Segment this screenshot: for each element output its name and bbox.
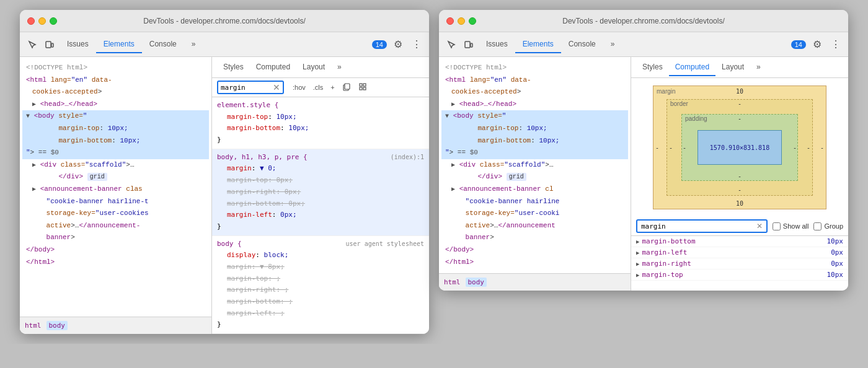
inspect-icon[interactable] [25,37,40,52]
tab-issues-1[interactable]: Issues [60,36,96,53]
close-button-2[interactable] [446,17,454,25]
box-model-diagram: margin 10 10 - - border - - - - padding [653,85,826,209]
devtools-window-2: DevTools - developer.chrome.com/docs/dev… [439,10,848,291]
dom-line: margin-top: 10px; [441,123,628,135]
tab-more-2[interactable]: » [603,36,622,53]
margin-label: margin [657,88,676,95]
tab-more-styles-1[interactable]: » [331,59,348,76]
group-checkbox[interactable] [813,222,822,230]
devtools-body-2: <!DOCTYPE html> <html lang="en" data- co… [439,57,848,291]
styles-tabs-2: Styles Computed Layout » [631,57,848,78]
more-options-icon-2[interactable]: ⋮ [828,37,843,52]
dom-line: <html lang="en" data- [441,74,628,87]
prop-row: margin-bottom: ; [217,296,424,308]
device-icon[interactable] [42,37,57,52]
show-all-checkbox[interactable] [773,222,781,230]
border-top-val: - [738,100,742,107]
clear-filter-button-1[interactable]: ✕ [273,83,280,92]
styles-panel-1: Styles Computed Layout » ✕ :hov .cls + [212,57,429,334]
border-right-val: - [807,144,810,151]
tab-elements-2[interactable]: Elements [515,36,561,53]
dom-line-body[interactable]: ▼ <body style=" [22,110,209,123]
styles-tabs-1: Styles Computed Layout » [212,57,429,78]
svg-rect-6 [360,87,362,90]
tab-layout-2[interactable]: Layout [715,59,750,76]
computed-prop-margin-bottom[interactable]: ▶ margin-bottom 10px [631,236,848,247]
svg-rect-0 [46,42,51,48]
prop-row: margin-top: 0px; [217,175,424,186]
dom-line: ▶ <div class="scaffold">… [22,159,209,172]
device-icon-2[interactable] [461,37,476,52]
computed-prop-margin-left[interactable]: ▶ margin-left 0px [631,247,848,258]
rule-close: } [217,319,424,331]
dom-line: <!DOCTYPE html> [441,62,628,74]
expand-icon[interactable]: ▶ [636,250,639,256]
tab-styles-1[interactable]: Styles [217,59,250,76]
tab-more-styles-2[interactable]: » [750,59,767,76]
prop-value: 0px [831,260,843,268]
close-button[interactable] [27,17,35,25]
hov-button-1[interactable]: :hov [290,82,308,92]
computed-filter-input[interactable] [641,222,754,230]
dom-line: cookies-accepted> [441,86,628,99]
tab-layout-1[interactable]: Layout [296,59,331,76]
expand-icon[interactable]: ▶ [636,272,639,278]
minimize-button[interactable] [38,17,46,25]
group-checkbox-label[interactable]: Group [813,222,843,230]
maximize-button[interactable] [50,17,57,25]
tab-elements-1[interactable]: Elements [96,36,142,53]
dom-line: storage-key="user-cooki [441,208,628,220]
dom-line: ▶ <div class="scaffold">… [441,159,628,172]
more-options-icon-1[interactable]: ⋮ [409,37,424,52]
breadcrumb-body-1[interactable]: body [46,321,68,330]
rule-block-element-style: element.style { margin-top: 10px; margin… [212,97,429,149]
tab-styles-2[interactable]: Styles [636,59,669,76]
tab-console-1[interactable]: Console [142,36,184,53]
computed-prop-margin-right[interactable]: ▶ margin-right 0px [631,258,848,269]
svg-rect-7 [363,87,366,90]
tab-computed-2[interactable]: Computed [669,59,715,76]
prop-row: display: block; [217,250,424,261]
breadcrumb-body-2[interactable]: body [466,278,487,287]
add-style-button-1[interactable]: + [328,82,337,92]
svg-rect-8 [465,42,470,48]
rule-selector-row: body, h1, h3, p, pre { (index):1 [217,152,424,164]
rule-close: } [217,134,424,146]
expand-icon[interactable]: ▶ [636,261,639,267]
dom-line: ▶ <head>…</head> [441,99,628,111]
border-left-val: - [669,144,673,151]
layout-button-1[interactable] [356,81,370,94]
settings-icon-1[interactable]: ⚙ [391,37,405,52]
prop-row: margin-bottom: 10px; [217,123,424,134]
margin-bottom-val: 10 [736,200,743,207]
clear-computed-filter-button[interactable]: ✕ [756,222,763,230]
dom-panel-1: <!DOCTYPE html> <html lang="en" data- co… [20,57,212,334]
devtools-body-1: <!DOCTYPE html> <html lang="en" data- co… [20,57,429,334]
breadcrumb-html-1[interactable]: html [25,322,42,330]
svg-rect-4 [360,84,362,86]
box-model-area: margin 10 10 - - border - - - - padding [631,78,848,217]
tab-issues-2[interactable]: Issues [479,36,515,53]
dom-line-body-2[interactable]: ▼ <body style=" [441,110,628,123]
breadcrumb-html-2[interactable]: html [444,278,461,286]
prop-row: margin-left: ; [217,308,424,320]
inspect-icon-2[interactable] [444,37,459,52]
filter-input-1[interactable] [221,84,270,92]
cls-button-1[interactable]: .cls [311,82,326,92]
expand-icon[interactable]: ▶ [636,239,639,245]
copy-button-1[interactable] [340,81,353,94]
maximize-button-2[interactable] [469,17,476,25]
show-all-checkbox-label[interactable]: Show all [773,222,809,230]
rule-block-body-rule: body, h1, h3, p, pre { (index):1 margin:… [212,149,429,236]
minimize-button-2[interactable] [458,17,465,25]
dom-line: </div> grid [22,171,209,183]
tab-more-1[interactable]: » [184,36,203,53]
toolbar-right-2: 14 ⚙ ⋮ [791,37,843,52]
padding-bottom-val: - [738,173,742,180]
dom-line: cookies-accepted> [22,86,209,99]
tab-console-2[interactable]: Console [561,36,603,53]
dom-line: <!DOCTYPE html> [22,62,209,74]
settings-icon-2[interactable]: ⚙ [810,37,825,52]
computed-prop-margin-top[interactable]: ▶ margin-top 10px [631,269,848,281]
tab-computed-1[interactable]: Computed [250,59,296,76]
